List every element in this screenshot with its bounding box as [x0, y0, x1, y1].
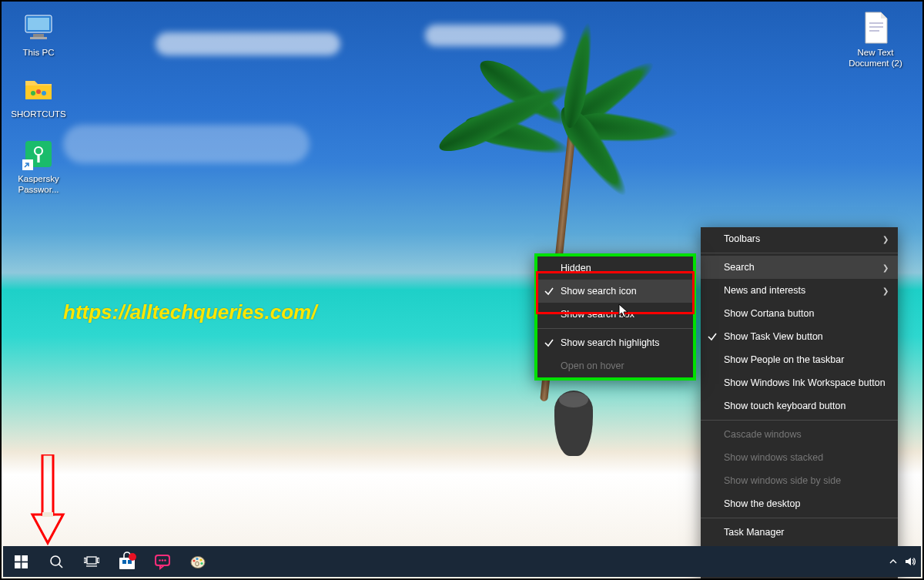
menu-item-show-desktop[interactable]: Show the desktop	[701, 492, 898, 515]
shortcuts-folder-icon	[22, 72, 55, 106]
task-view-button[interactable]	[74, 546, 109, 577]
svg-point-48	[196, 562, 199, 566]
menu-item-taskview[interactable]: Show Task View button	[701, 325, 898, 348]
svg-rect-27	[15, 562, 21, 568]
menu-label: Show Cortana button	[724, 308, 814, 319]
menu-label: Show search icon	[561, 286, 637, 297]
task-view-icon	[84, 555, 99, 568]
menu-label: Task Manager	[724, 527, 785, 538]
submenu-item-show-highlights[interactable]: Show search highlights	[537, 331, 693, 354]
submenu-arrow-icon: ❯	[882, 235, 889, 243]
svg-point-6	[42, 91, 46, 96]
menu-item-news-interests[interactable]: News and interests ❯	[701, 279, 898, 302]
menu-label: Show touch keyboard button	[724, 401, 845, 411]
svg-point-40	[159, 559, 161, 562]
kaspersky-icon	[22, 137, 55, 171]
submenu-item-show-search-box[interactable]: Show search box	[537, 303, 693, 326]
svg-rect-33	[98, 558, 100, 563]
this-pc-icon	[22, 11, 55, 45]
tray-chevron-up-icon[interactable]	[889, 557, 898, 566]
menu-item-people[interactable]: Show People on the taskbar	[701, 348, 898, 371]
start-button[interactable]	[3, 546, 38, 577]
menu-item-search[interactable]: Search ❯	[701, 256, 898, 279]
svg-point-4	[31, 91, 35, 96]
menu-label: Search	[724, 262, 755, 273]
submenu-item-open-on-hover: Open on hover	[537, 354, 693, 377]
menu-label: Open on hover	[561, 360, 624, 371]
menu-label: Show the desktop	[724, 498, 800, 509]
svg-rect-14	[42, 454, 53, 515]
menu-label: Hidden	[561, 263, 591, 273]
search-button[interactable]	[38, 546, 74, 577]
menu-label: Show windows stacked	[724, 452, 823, 463]
menu-label: Show search box	[561, 309, 634, 320]
icon-label: New Text Document (2)	[844, 48, 907, 69]
svg-rect-28	[22, 562, 28, 568]
svg-point-46	[199, 558, 202, 561]
svg-point-38	[129, 553, 136, 561]
icon-label: This PC	[9, 48, 68, 59]
menu-label: Toolbars	[724, 233, 760, 244]
windows-logo-icon	[15, 555, 28, 568]
svg-rect-2	[33, 34, 44, 37]
menu-label: Show Windows Ink Workspace button	[724, 377, 886, 388]
svg-point-5	[36, 89, 41, 94]
svg-rect-26	[22, 555, 28, 562]
menu-label: Show windows side by side	[724, 475, 841, 486]
taskbar-app-paint[interactable]	[180, 546, 216, 577]
vase-decoration	[554, 391, 593, 456]
svg-rect-15	[42, 512, 53, 517]
svg-rect-36	[122, 560, 126, 564]
menu-separator	[537, 328, 693, 329]
submenu-arrow-icon: ❯	[882, 287, 889, 295]
menu-item-stacked: Show windows stacked	[701, 446, 898, 469]
menu-separator	[701, 253, 898, 253]
cloud-decoration	[156, 32, 340, 55]
taskbar[interactable]	[3, 546, 921, 577]
svg-point-47	[200, 562, 203, 565]
checkmark-icon	[544, 337, 554, 348]
submenu-item-show-search-icon[interactable]: Show search icon	[537, 280, 693, 303]
system-tray	[889, 555, 921, 568]
svg-point-45	[196, 558, 198, 560]
red-arrow-annotation	[29, 454, 68, 547]
menu-item-ink[interactable]: Show Windows Ink Workspace button	[701, 371, 898, 394]
checkmark-icon	[707, 331, 718, 342]
taskbar-app-store[interactable]	[109, 546, 145, 577]
search-submenu: Hidden Show search icon Show search box …	[534, 253, 696, 381]
text-document-icon	[859, 11, 892, 45]
menu-item-toolbars[interactable]: Toolbars ❯	[701, 227, 898, 250]
submenu-arrow-icon: ❯	[882, 263, 889, 272]
desktop-icon-new-text-doc[interactable]: New Text Document (2)	[844, 11, 907, 69]
menu-label: Show People on the taskbar	[724, 354, 844, 365]
menu-item-task-manager[interactable]: Task Manager	[701, 521, 898, 544]
svg-rect-25	[15, 555, 21, 562]
svg-rect-1	[28, 18, 49, 30]
paint-icon	[189, 552, 207, 571]
desktop-icon-shortcuts[interactable]: SHORTCUTS	[9, 72, 68, 120]
menu-separator	[701, 420, 898, 421]
svg-rect-9	[37, 154, 39, 163]
volume-icon[interactable]	[904, 555, 916, 568]
menu-item-touch-keyboard[interactable]: Show touch keyboard button	[701, 394, 898, 417]
cloud-decoration	[425, 25, 564, 46]
svg-rect-37	[128, 560, 132, 564]
cloud-decoration	[63, 125, 310, 163]
svg-point-44	[192, 559, 195, 562]
icon-label: Kaspersky Passwor...	[9, 174, 68, 196]
menu-label: News and interests	[724, 285, 805, 296]
desktop-icon-kaspersky[interactable]: Kaspersky Passwor...	[9, 137, 68, 196]
chat-icon	[153, 552, 172, 571]
search-icon	[49, 555, 64, 569]
menu-label: Show Task View button	[724, 331, 823, 342]
submenu-item-hidden[interactable]: Hidden	[537, 256, 693, 280]
taskbar-context-menu: Toolbars ❯ Search ❯ News and interests ❯…	[701, 227, 898, 580]
svg-rect-3	[30, 37, 47, 39]
menu-item-cortana[interactable]: Show Cortana button	[701, 302, 898, 325]
menu-item-side-by-side: Show windows side by side	[701, 469, 898, 492]
desktop-icon-this-pc[interactable]: This PC	[9, 11, 68, 59]
taskbar-app-chat[interactable]	[145, 546, 180, 577]
menu-separator	[701, 518, 898, 518]
checkmark-icon	[544, 286, 554, 297]
menu-item-cascade: Cascade windows	[701, 423, 898, 446]
